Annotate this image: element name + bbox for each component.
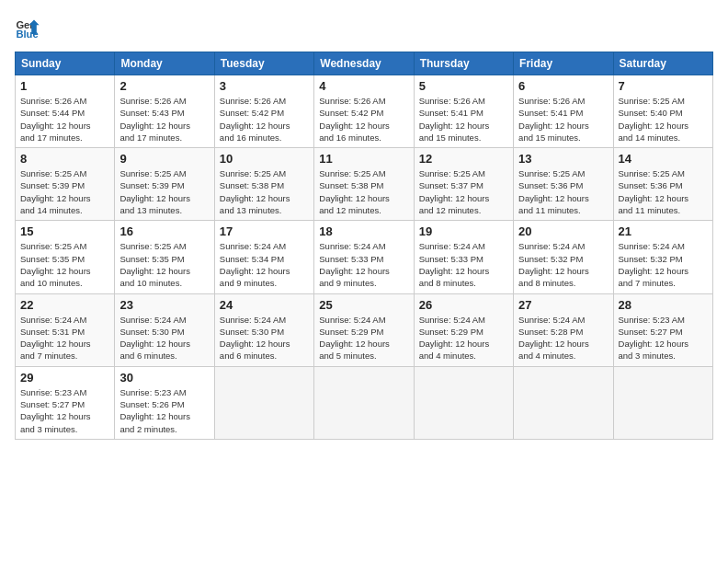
logo: Gen Blue	[15, 15, 44, 40]
empty-cell	[314, 366, 414, 439]
day-number: 11	[319, 152, 408, 166]
day-info: Sunrise: 5:24 AMSunset: 5:32 PMDaylight:…	[619, 240, 708, 289]
day-cell-15: 15Sunrise: 5:25 AMSunset: 5:35 PMDayligh…	[16, 221, 115, 293]
day-number: 13	[518, 152, 608, 166]
day-number: 19	[419, 224, 508, 238]
day-info: Sunrise: 5:25 AMSunset: 5:40 PMDaylight:…	[619, 95, 708, 144]
day-cell-19: 19Sunrise: 5:24 AMSunset: 5:33 PMDayligh…	[414, 221, 513, 293]
day-cell-9: 9Sunrise: 5:25 AMSunset: 5:39 PMDaylight…	[115, 148, 214, 221]
day-info: Sunrise: 5:24 AMSunset: 5:29 PMDaylight:…	[319, 314, 408, 362]
day-cell-20: 20Sunrise: 5:24 AMSunset: 5:32 PMDayligh…	[514, 221, 613, 293]
week-row-3: 22Sunrise: 5:24 AMSunset: 5:31 PMDayligh…	[16, 293, 713, 366]
day-info: Sunrise: 5:24 AMSunset: 5:32 PMDaylight:…	[518, 240, 608, 289]
col-header-tuesday: Tuesday	[214, 52, 313, 75]
day-cell-30: 30Sunrise: 5:23 AMSunset: 5:26 PMDayligh…	[115, 366, 214, 439]
day-cell-4: 4Sunrise: 5:26 AMSunset: 5:42 PMDaylight…	[314, 75, 414, 148]
day-number: 15	[20, 224, 109, 238]
day-number: 18	[319, 224, 408, 238]
day-cell-29: 29Sunrise: 5:23 AMSunset: 5:27 PMDayligh…	[16, 366, 115, 439]
day-number: 23	[119, 298, 209, 312]
empty-cell	[414, 366, 513, 439]
day-info: Sunrise: 5:25 AMSunset: 5:35 PMDaylight:…	[119, 240, 209, 289]
day-cell-6: 6Sunrise: 5:26 AMSunset: 5:41 PMDaylight…	[514, 75, 613, 148]
day-cell-2: 2Sunrise: 5:26 AMSunset: 5:43 PMDaylight…	[115, 75, 214, 148]
col-header-wednesday: Wednesday	[314, 52, 414, 75]
day-info: Sunrise: 5:26 AMSunset: 5:41 PMDaylight:…	[419, 95, 508, 144]
day-number: 5	[419, 79, 508, 93]
day-cell-3: 3Sunrise: 5:26 AMSunset: 5:42 PMDaylight…	[214, 75, 313, 148]
day-cell-16: 16Sunrise: 5:25 AMSunset: 5:35 PMDayligh…	[115, 221, 214, 293]
day-cell-27: 27Sunrise: 5:24 AMSunset: 5:28 PMDayligh…	[514, 293, 613, 366]
day-cell-8: 8Sunrise: 5:25 AMSunset: 5:39 PMDaylight…	[16, 148, 115, 221]
day-cell-10: 10Sunrise: 5:25 AMSunset: 5:38 PMDayligh…	[214, 148, 313, 221]
day-info: Sunrise: 5:24 AMSunset: 5:28 PMDaylight:…	[518, 314, 608, 362]
day-cell-11: 11Sunrise: 5:25 AMSunset: 5:38 PMDayligh…	[314, 148, 414, 221]
day-cell-22: 22Sunrise: 5:24 AMSunset: 5:31 PMDayligh…	[16, 293, 115, 366]
day-number: 6	[518, 79, 608, 93]
day-cell-14: 14Sunrise: 5:25 AMSunset: 5:36 PMDayligh…	[613, 148, 712, 221]
day-info: Sunrise: 5:23 AMSunset: 5:27 PMDaylight:…	[619, 314, 708, 362]
day-number: 4	[319, 79, 408, 93]
day-cell-26: 26Sunrise: 5:24 AMSunset: 5:29 PMDayligh…	[414, 293, 513, 366]
day-cell-23: 23Sunrise: 5:24 AMSunset: 5:30 PMDayligh…	[115, 293, 214, 366]
day-cell-1: 1Sunrise: 5:26 AMSunset: 5:44 PMDaylight…	[16, 75, 115, 148]
day-number: 25	[319, 298, 408, 312]
day-info: Sunrise: 5:26 AMSunset: 5:41 PMDaylight:…	[518, 95, 608, 144]
day-info: Sunrise: 5:24 AMSunset: 5:31 PMDaylight:…	[20, 314, 109, 362]
day-info: Sunrise: 5:24 AMSunset: 5:33 PMDaylight:…	[419, 240, 508, 289]
day-info: Sunrise: 5:25 AMSunset: 5:38 PMDaylight:…	[319, 167, 408, 216]
day-info: Sunrise: 5:26 AMSunset: 5:42 PMDaylight:…	[319, 95, 408, 144]
day-info: Sunrise: 5:24 AMSunset: 5:30 PMDaylight:…	[119, 314, 209, 362]
day-info: Sunrise: 5:25 AMSunset: 5:36 PMDaylight:…	[518, 167, 608, 216]
week-row-0: 1Sunrise: 5:26 AMSunset: 5:44 PMDaylight…	[16, 75, 713, 148]
day-number: 7	[619, 79, 708, 93]
week-row-1: 8Sunrise: 5:25 AMSunset: 5:39 PMDaylight…	[16, 148, 713, 221]
day-number: 10	[220, 152, 309, 166]
day-number: 16	[119, 224, 209, 238]
day-number: 3	[220, 79, 309, 93]
day-number: 8	[20, 152, 109, 166]
day-info: Sunrise: 5:24 AMSunset: 5:29 PMDaylight:…	[419, 314, 508, 362]
day-cell-25: 25Sunrise: 5:24 AMSunset: 5:29 PMDayligh…	[314, 293, 414, 366]
calendar-table: SundayMondayTuesdayWednesdayThursdayFrid…	[15, 52, 713, 440]
day-number: 30	[119, 371, 209, 385]
day-number: 27	[518, 298, 608, 312]
empty-cell	[214, 366, 313, 439]
day-info: Sunrise: 5:23 AMSunset: 5:27 PMDaylight:…	[20, 386, 109, 435]
day-cell-12: 12Sunrise: 5:25 AMSunset: 5:37 PMDayligh…	[414, 148, 513, 221]
day-info: Sunrise: 5:23 AMSunset: 5:26 PMDaylight:…	[119, 386, 209, 435]
col-header-thursday: Thursday	[414, 52, 513, 75]
day-number: 2	[119, 79, 209, 93]
day-info: Sunrise: 5:24 AMSunset: 5:30 PMDaylight:…	[220, 314, 309, 362]
day-number: 9	[119, 152, 209, 166]
day-info: Sunrise: 5:26 AMSunset: 5:42 PMDaylight:…	[220, 95, 309, 144]
day-number: 12	[419, 152, 508, 166]
week-row-2: 15Sunrise: 5:25 AMSunset: 5:35 PMDayligh…	[16, 221, 713, 293]
header-row: SundayMondayTuesdayWednesdayThursdayFrid…	[16, 52, 713, 75]
day-number: 17	[220, 224, 309, 238]
day-cell-21: 21Sunrise: 5:24 AMSunset: 5:32 PMDayligh…	[613, 221, 712, 293]
day-cell-18: 18Sunrise: 5:24 AMSunset: 5:33 PMDayligh…	[314, 221, 414, 293]
day-info: Sunrise: 5:26 AMSunset: 5:43 PMDaylight:…	[119, 95, 209, 144]
day-number: 28	[619, 298, 708, 312]
day-info: Sunrise: 5:25 AMSunset: 5:39 PMDaylight:…	[20, 167, 109, 216]
day-number: 26	[419, 298, 508, 312]
col-header-saturday: Saturday	[613, 52, 712, 75]
day-number: 22	[20, 298, 109, 312]
day-number: 14	[619, 152, 708, 166]
day-number: 21	[619, 224, 708, 238]
day-cell-28: 28Sunrise: 5:23 AMSunset: 5:27 PMDayligh…	[613, 293, 712, 366]
logo-icon: Gen Blue	[15, 15, 40, 40]
col-header-monday: Monday	[115, 52, 214, 75]
empty-cell	[613, 366, 712, 439]
day-cell-7: 7Sunrise: 5:25 AMSunset: 5:40 PMDaylight…	[613, 75, 712, 148]
day-info: Sunrise: 5:25 AMSunset: 5:35 PMDaylight:…	[20, 240, 109, 289]
header: Gen Blue	[15, 15, 713, 40]
day-number: 20	[518, 224, 608, 238]
day-cell-24: 24Sunrise: 5:24 AMSunset: 5:30 PMDayligh…	[214, 293, 313, 366]
day-cell-13: 13Sunrise: 5:25 AMSunset: 5:36 PMDayligh…	[514, 148, 613, 221]
day-info: Sunrise: 5:25 AMSunset: 5:38 PMDaylight:…	[220, 167, 309, 216]
empty-cell	[514, 366, 613, 439]
day-info: Sunrise: 5:25 AMSunset: 5:37 PMDaylight:…	[419, 167, 508, 216]
day-number: 29	[20, 371, 109, 385]
